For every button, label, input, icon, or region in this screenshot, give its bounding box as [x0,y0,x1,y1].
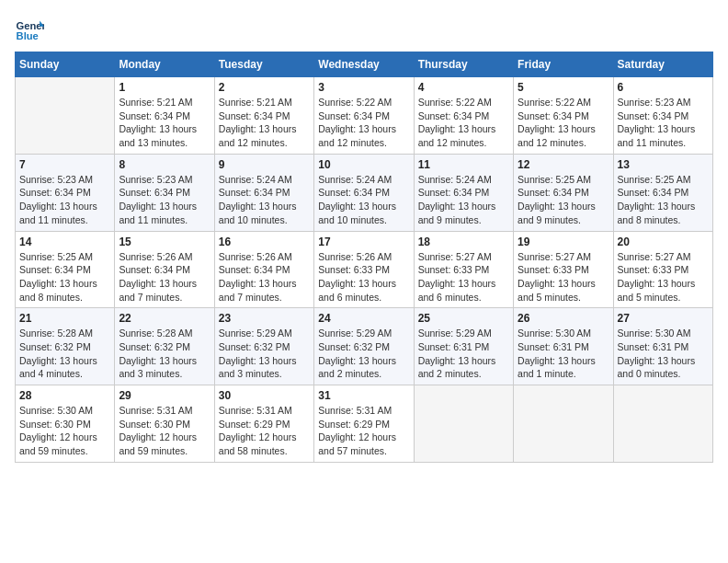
daylight-text: Daylight: 13 hours and 11 minutes. [19,201,97,225]
daylight-text: Daylight: 13 hours and 12 minutes. [219,123,297,148]
sunset-text: Sunset: 6:34 PM [219,110,290,121]
sunrise-text: Sunrise: 5:23 AM [618,97,691,108]
sunset-text: Sunset: 6:34 PM [518,110,589,121]
sunset-text: Sunset: 6:34 PM [119,264,190,275]
sunset-text: Sunset: 6:32 PM [119,341,190,352]
calendar-cell: 22Sunrise: 5:28 AMSunset: 6:32 PMDayligh… [115,308,214,385]
day-number: 30 [219,389,310,402]
daylight-text: Daylight: 13 hours and 7 minutes. [119,278,197,303]
daylight-text: Daylight: 13 hours and 13 minutes. [119,123,197,148]
calendar-cell: 16Sunrise: 5:26 AMSunset: 6:34 PMDayligh… [214,231,313,308]
day-info: Sunrise: 5:30 AMSunset: 6:30 PMDaylight:… [19,404,110,458]
header-tuesday: Tuesday [214,52,313,77]
week-row-4: 21Sunrise: 5:28 AMSunset: 6:32 PMDayligh… [16,308,713,385]
calendar-cell: 18Sunrise: 5:27 AMSunset: 6:33 PMDayligh… [414,231,513,308]
header-monday: Monday [115,52,214,77]
page-header: General Blue [15,15,713,44]
day-number: 9 [219,158,310,171]
sunrise-text: Sunrise: 5:29 AM [318,327,392,339]
sunset-text: Sunset: 6:30 PM [19,419,91,430]
sunrise-text: Sunrise: 5:23 AM [19,174,93,185]
sunset-text: Sunset: 6:34 PM [618,110,689,121]
calendar-cell: 13Sunrise: 5:25 AMSunset: 6:34 PMDayligh… [613,154,712,231]
daylight-text: Daylight: 13 hours and 6 minutes. [418,278,496,303]
calendar-cell: 3Sunrise: 5:22 AMSunset: 6:34 PMDaylight… [314,77,414,155]
sunset-text: Sunset: 6:34 PM [119,187,190,198]
daylight-text: Daylight: 13 hours and 7 minutes. [219,278,297,303]
daylight-text: Daylight: 13 hours and 2 minutes. [418,355,496,380]
calendar-cell: 9Sunrise: 5:24 AMSunset: 6:34 PMDaylight… [214,154,313,231]
day-info: Sunrise: 5:30 AMSunset: 6:31 PMDaylight:… [618,327,709,381]
calendar-cell: 26Sunrise: 5:30 AMSunset: 6:31 PMDayligh… [514,308,613,385]
calendar-cell: 17Sunrise: 5:26 AMSunset: 6:33 PMDayligh… [314,231,414,308]
daylight-text: Daylight: 13 hours and 6 minutes. [318,278,396,303]
sunset-text: Sunset: 6:33 PM [418,264,490,275]
sunset-text: Sunset: 6:34 PM [219,187,290,198]
day-number: 21 [19,312,110,325]
sunset-text: Sunset: 6:34 PM [418,187,490,198]
sunset-text: Sunset: 6:30 PM [119,419,190,430]
day-number: 18 [418,236,509,248]
calendar-cell: 4Sunrise: 5:22 AMSunset: 6:34 PMDaylight… [414,77,513,155]
day-number: 16 [219,236,310,248]
sunset-text: Sunset: 6:32 PM [19,341,91,352]
day-number: 15 [119,236,210,248]
day-info: Sunrise: 5:22 AMSunset: 6:34 PMDaylight:… [418,96,509,150]
calendar-cell [613,385,712,463]
week-row-1: 1Sunrise: 5:21 AMSunset: 6:34 PMDaylight… [16,77,713,155]
day-number: 7 [19,158,110,171]
day-info: Sunrise: 5:27 AMSunset: 6:33 PMDaylight:… [618,250,709,304]
sunrise-text: Sunrise: 5:26 AM [119,251,192,262]
calendar-cell: 15Sunrise: 5:26 AMSunset: 6:34 PMDayligh… [115,231,214,308]
sunrise-text: Sunrise: 5:27 AM [418,251,492,262]
day-number: 5 [518,81,609,94]
daylight-text: Daylight: 13 hours and 3 minutes. [119,355,197,380]
calendar-cell: 20Sunrise: 5:27 AMSunset: 6:33 PMDayligh… [613,231,712,308]
sunrise-text: Sunrise: 5:30 AM [518,327,591,339]
calendar-table: SundayMondayTuesdayWednesdayThursdayFrid… [15,52,713,463]
day-number: 17 [318,236,409,248]
daylight-text: Daylight: 13 hours and 12 minutes. [418,123,496,148]
day-info: Sunrise: 5:25 AMSunset: 6:34 PMDaylight:… [518,173,609,227]
daylight-text: Daylight: 13 hours and 8 minutes. [19,278,97,303]
sunrise-text: Sunrise: 5:26 AM [219,251,292,262]
day-number: 13 [618,158,709,171]
sunrise-text: Sunrise: 5:28 AM [119,327,192,339]
day-info: Sunrise: 5:26 AMSunset: 6:34 PMDaylight:… [219,250,310,304]
day-info: Sunrise: 5:21 AMSunset: 6:34 PMDaylight:… [119,96,210,150]
calendar-cell: 6Sunrise: 5:23 AMSunset: 6:34 PMDaylight… [613,77,712,155]
sunset-text: Sunset: 6:34 PM [318,187,390,198]
calendar-cell: 28Sunrise: 5:30 AMSunset: 6:30 PMDayligh… [16,385,115,463]
logo: General Blue [15,15,48,44]
header-friday: Friday [514,52,613,77]
daylight-text: Daylight: 12 hours and 58 minutes. [219,431,297,456]
calendar-cell: 23Sunrise: 5:29 AMSunset: 6:32 PMDayligh… [214,308,313,385]
day-info: Sunrise: 5:26 AMSunset: 6:34 PMDaylight:… [119,250,210,304]
sunrise-text: Sunrise: 5:25 AM [19,251,93,262]
calendar-cell: 14Sunrise: 5:25 AMSunset: 6:34 PMDayligh… [16,231,115,308]
logo-icon: General Blue [15,15,44,44]
sunrise-text: Sunrise: 5:22 AM [418,97,492,108]
daylight-text: Daylight: 13 hours and 11 minutes. [119,201,197,225]
sunrise-text: Sunrise: 5:24 AM [418,174,492,185]
day-info: Sunrise: 5:29 AMSunset: 6:32 PMDaylight:… [219,327,310,381]
day-number: 12 [518,158,609,171]
sunrise-text: Sunrise: 5:29 AM [219,327,292,339]
sunrise-text: Sunrise: 5:25 AM [518,174,591,185]
sunrise-text: Sunrise: 5:25 AM [618,174,691,185]
sunrise-text: Sunrise: 5:21 AM [219,97,292,108]
sunrise-text: Sunrise: 5:21 AM [119,97,192,108]
day-number: 20 [618,236,709,248]
daylight-text: Daylight: 12 hours and 59 minutes. [19,431,97,456]
header-thursday: Thursday [414,52,513,77]
day-number: 29 [119,389,210,402]
sunset-text: Sunset: 6:34 PM [518,187,589,198]
calendar-cell [16,77,115,155]
day-info: Sunrise: 5:27 AMSunset: 6:33 PMDaylight:… [518,250,609,304]
day-number: 3 [318,81,409,94]
calendar-cell: 11Sunrise: 5:24 AMSunset: 6:34 PMDayligh… [414,154,513,231]
calendar-cell: 31Sunrise: 5:31 AMSunset: 6:29 PMDayligh… [314,385,414,463]
calendar-cell: 21Sunrise: 5:28 AMSunset: 6:32 PMDayligh… [16,308,115,385]
calendar-cell: 12Sunrise: 5:25 AMSunset: 6:34 PMDayligh… [514,154,613,231]
calendar-cell: 27Sunrise: 5:30 AMSunset: 6:31 PMDayligh… [613,308,712,385]
